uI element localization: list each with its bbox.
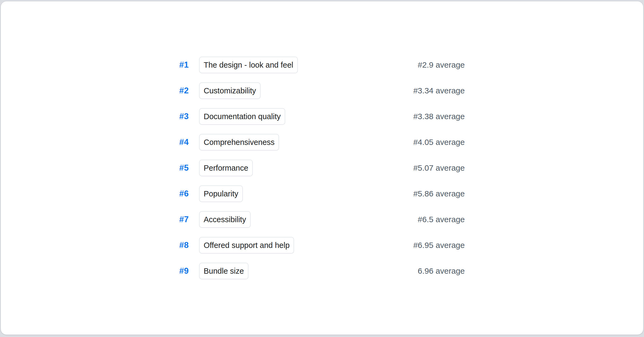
ranking-row: #2 Customizability #3.34 average (179, 82, 465, 99)
option-chip: Documentation quality (199, 108, 285, 125)
average-label: 6.96 average (418, 266, 465, 276)
average-label: #3.34 average (413, 86, 465, 95)
option-chip: Customizability (199, 82, 261, 99)
rank-label: #5 (179, 163, 192, 173)
ranking-row: #7 Accessibility #6.5 average (179, 211, 465, 228)
average-label: #5.07 average (413, 163, 465, 173)
average-label: #6.95 average (413, 241, 465, 250)
rank-label: #7 (179, 215, 192, 224)
option-chip: Accessibility (199, 211, 251, 228)
rank-label: #9 (179, 266, 192, 276)
option-chip: The design - look and feel (199, 57, 298, 73)
rank-label: #6 (179, 189, 192, 199)
rank-label: #3 (179, 112, 192, 121)
ranking-row: #8 Offered support and help #6.95 averag… (179, 237, 465, 254)
results-card: #1 The design - look and feel #2.9 avera… (1, 1, 643, 335)
ranking-row: #1 The design - look and feel #2.9 avera… (179, 57, 465, 73)
average-label: #6.5 average (418, 215, 465, 224)
ranking-row: #5 Performance #5.07 average (179, 160, 465, 176)
option-chip: Offered support and help (199, 237, 294, 254)
option-chip: Bundle size (199, 263, 248, 279)
rank-label: #1 (179, 60, 192, 70)
rank-label: #2 (179, 86, 192, 96)
average-label: #5.86 average (413, 189, 465, 198)
rank-label: #8 (179, 240, 192, 250)
option-chip: Performance (199, 160, 253, 176)
ranking-row: #4 Comprehensiveness #4.05 average (179, 134, 465, 151)
average-label: #4.05 average (413, 138, 465, 147)
ranking-list: #1 The design - look and feel #2.9 avera… (179, 57, 465, 279)
ranking-row: #3 Documentation quality #3.38 average (179, 108, 465, 125)
average-label: #2.9 average (418, 60, 465, 69)
option-chip: Popularity (199, 185, 243, 202)
option-chip: Comprehensiveness (199, 134, 279, 151)
rank-label: #4 (179, 137, 192, 147)
ranking-row: #6 Popularity #5.86 average (179, 185, 465, 202)
ranking-row: #9 Bundle size 6.96 average (179, 263, 465, 279)
average-label: #3.38 average (413, 112, 465, 121)
